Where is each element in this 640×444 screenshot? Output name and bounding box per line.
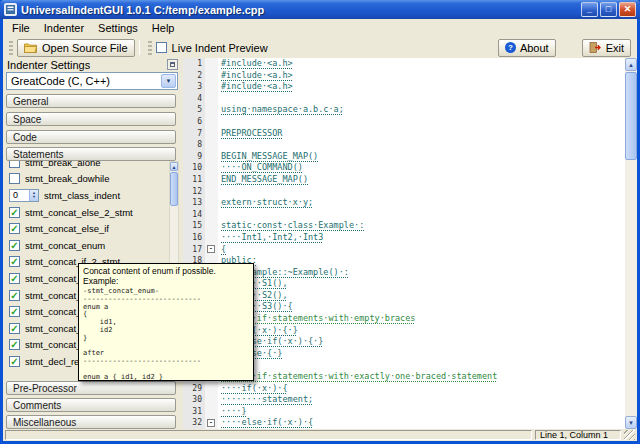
line-number: 5 xyxy=(183,104,205,116)
spin-down-icon[interactable]: ▼ xyxy=(32,195,36,199)
editor-scroll-down-icon[interactable]: ▼ xyxy=(625,416,637,429)
combo-dropdown-button[interactable]: ▼ xyxy=(161,74,176,88)
code-text: ····//·if·statements·with·exactly·one·br… xyxy=(218,371,497,383)
title-bar[interactable]: UniversalIndentGUI 1.0.1 C:/temp/example… xyxy=(0,0,640,19)
open-source-file-button[interactable]: Open Source File xyxy=(17,39,135,57)
editor-vertical-scrollbar[interactable]: ▲ ▼ xyxy=(625,58,637,429)
editor-line: 8 xyxy=(183,139,625,151)
exit-button[interactable]: Exit xyxy=(582,39,631,57)
option-row: stmt_break_alone xyxy=(5,161,169,171)
section-miscellaneous[interactable]: Miscellaneous xyxy=(6,415,176,429)
checkbox-stmt_break_alone[interactable] xyxy=(9,161,20,168)
line-number: 11 xyxy=(183,174,205,186)
fold-margin xyxy=(205,104,218,116)
option-row: stmt_break_dowhile xyxy=(5,171,169,188)
editor-line: 13extern·struct·x·y; xyxy=(183,197,625,209)
code-text: { xyxy=(218,244,226,256)
line-number: 8 xyxy=(183,139,205,151)
minimize-button[interactable]: _ xyxy=(581,2,598,17)
line-number: 10 xyxy=(183,162,205,174)
line-number: 12 xyxy=(183,186,205,198)
menu-item-help[interactable]: Help xyxy=(145,20,182,36)
code-text: ····} xyxy=(218,406,247,418)
fold-margin xyxy=(205,151,218,163)
line-number: 1 xyxy=(183,58,205,70)
line-number: 7 xyxy=(183,128,205,140)
maximize-button[interactable]: □ xyxy=(600,2,617,17)
checkbox-stmt_concat_if_else[interactable]: ✓ xyxy=(9,273,20,284)
line-number: 30 xyxy=(183,394,205,406)
checkbox-stmt_concat_if_2_stmt[interactable]: ✓ xyxy=(9,256,20,267)
close-button[interactable]: ✕ xyxy=(619,2,636,17)
toolbar: Open Source File Live Indent Preview ? A… xyxy=(3,37,637,58)
spinbox-arrows[interactable]: ▲▼ xyxy=(29,190,38,201)
section-statements[interactable]: Statements xyxy=(6,147,176,161)
menu-item-indenter[interactable]: Indenter xyxy=(37,20,91,36)
panel-float-icon[interactable] xyxy=(167,59,178,70)
app-window: UniversalIndentGUI 1.0.1 C:/temp/example… xyxy=(0,0,640,444)
editor-line: 5using·namespace·a.b.c·a; xyxy=(183,104,625,116)
fold-margin xyxy=(205,81,218,93)
option-label: stmt_concat_enum xyxy=(25,240,169,251)
checkbox-stmt_break_dowhile[interactable] xyxy=(9,173,20,184)
fold-margin xyxy=(205,116,218,128)
line-number: 17 xyxy=(183,244,205,256)
status-message-panel xyxy=(5,430,532,440)
checkbox-stmt_concat_macros[interactable]: ✓ xyxy=(9,323,20,334)
fold-margin xyxy=(205,232,218,244)
spinbox-value: 0 xyxy=(10,190,29,200)
code-text xyxy=(218,139,221,151)
menu-bar: FileIndenterSettingsHelp xyxy=(3,19,637,37)
checkbox-stmt_concat_if_remove[interactable]: ✓ xyxy=(9,290,20,301)
line-number: 6 xyxy=(183,116,205,128)
fold-margin xyxy=(205,128,218,140)
spinbox-stmt_class_indent[interactable]: 0▲▼ xyxy=(9,189,39,202)
indenter-selector[interactable]: GreatCode (C, C++) ▼ xyxy=(6,72,178,90)
exit-label: Exit xyxy=(606,42,624,54)
statements-scroll-up-icon[interactable]: ▲ xyxy=(170,162,178,171)
checkbox-stmt_concat_switch_case[interactable]: ✓ xyxy=(9,339,20,350)
about-label: About xyxy=(520,42,549,54)
code-text: ····Int1,·Int2,·Int3 xyxy=(218,232,323,244)
toolbar-grip-2[interactable] xyxy=(148,41,152,55)
section-pre-processor[interactable]: Pre-Processor xyxy=(6,381,176,395)
fold-margin xyxy=(205,220,218,232)
open-source-file-label: Open Source File xyxy=(42,42,128,54)
section-comments[interactable]: Comments xyxy=(6,398,176,412)
editor-scroll-thumb[interactable] xyxy=(625,72,637,160)
fold-margin xyxy=(205,383,218,395)
checkbox-stmt_concat_else_if[interactable]: ✓ xyxy=(9,223,20,234)
statements-scroll-thumb[interactable] xyxy=(170,172,178,206)
option-label: stmt_break_dowhile xyxy=(25,173,169,184)
section-general[interactable]: General xyxy=(6,94,176,108)
editor-line: 10····ON_COMMAND() xyxy=(183,162,625,174)
checkbox-stmt_concat_inline_class[interactable]: ✓ xyxy=(9,306,20,317)
code-text: #include·<a.h> xyxy=(218,70,293,82)
fold-marker-icon[interactable]: - xyxy=(207,419,215,427)
fold-margin xyxy=(205,394,218,406)
about-button[interactable]: ? About xyxy=(498,39,556,57)
window-controls: _ □ ✕ xyxy=(581,2,636,17)
fold-margin xyxy=(205,186,218,198)
fold-marker-icon[interactable]: - xyxy=(207,245,215,253)
line-number: 14 xyxy=(183,209,205,221)
section-space[interactable]: Space xyxy=(6,112,176,126)
resize-grip[interactable] xyxy=(624,430,635,440)
toolbar-grip[interactable] xyxy=(9,41,13,55)
section-code[interactable]: Code xyxy=(6,130,176,144)
checkbox-stmt_concat_enum[interactable]: ✓ xyxy=(9,240,20,251)
menu-item-settings[interactable]: Settings xyxy=(91,20,145,36)
option-row: ✓stmt_concat_enum xyxy=(5,237,169,254)
menu-item-file[interactable]: File xyxy=(5,20,37,36)
live-preview-checkbox[interactable] xyxy=(156,42,167,53)
editor-scroll-up-icon[interactable]: ▲ xyxy=(625,58,637,71)
editor-line: 32-····else·if(·x·)·{ xyxy=(183,417,625,429)
code-text: ····else·if(·x·)·{ xyxy=(218,417,313,429)
code-text: static·const·class·Example·: xyxy=(218,220,364,232)
checkbox-stmt_decl_remove_empty[interactable]: ✓ xyxy=(9,356,20,367)
code-text: PREPROCESSOR xyxy=(218,128,282,140)
toolbar-separator xyxy=(139,40,140,55)
fold-margin xyxy=(205,93,218,105)
option-label: stmt_class_indent xyxy=(44,190,169,201)
checkbox-stmt_concat_else_2_stmt[interactable]: ✓ xyxy=(9,207,20,218)
